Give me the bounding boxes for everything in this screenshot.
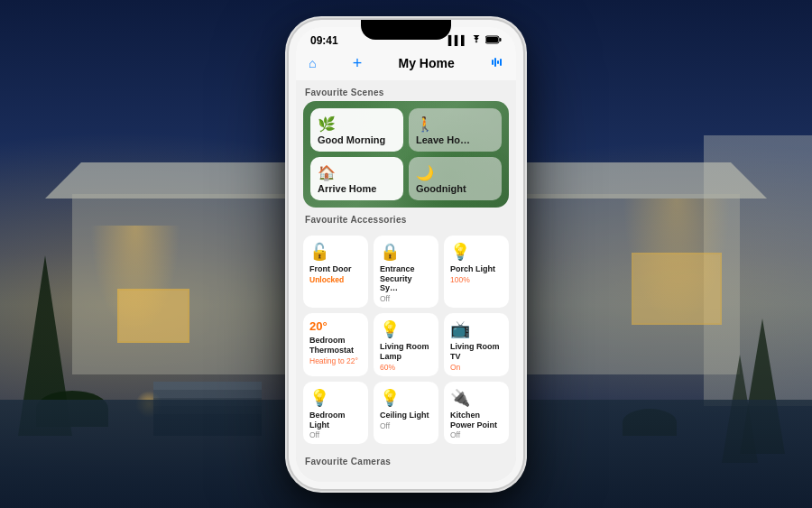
thermostat-icon: 20°	[309, 319, 362, 333]
accessories-row-2: 20° Bedroom Thermostat Heating to 22° 💡 …	[303, 313, 509, 376]
nav-title: My Home	[398, 56, 454, 70]
kitchen-power-name: Kitchen Power Point	[450, 411, 503, 430]
notch	[361, 20, 451, 40]
thermostat-name: Bedroom Thermostat	[309, 336, 362, 356]
svg-rect-1	[500, 38, 502, 42]
acc-ceiling-light[interactable]: 💡 Ceiling Light Off	[374, 382, 438, 445]
acc-bedroom-light[interactable]: 💡 Bedroom Light Off	[303, 382, 368, 445]
svg-rect-5	[497, 60, 499, 64]
acc-porch-light[interactable]: 💡 Porch Light 100%	[444, 236, 509, 308]
acc-front-door[interactable]: 🔓 Front Door Unlocked	[303, 236, 368, 308]
status-time: 09:41	[310, 34, 338, 47]
ceiling-light-name: Ceiling Light	[380, 411, 432, 420]
good-morning-icon: 🌿	[318, 115, 396, 133]
acc-tv[interactable]: 📺 Living Room TV On	[444, 313, 509, 376]
nav-bar: ⌂ + My Home	[296, 51, 516, 80]
phone-screen: 09:41 ▌▌▌ ⌂ + My Home	[296, 27, 516, 482]
phone-body: 09:41 ▌▌▌ ⌂ + My Home	[289, 20, 523, 489]
front-door-status: Unlocked	[309, 275, 362, 284]
svg-rect-4	[494, 58, 496, 67]
scenes-grid: 🌿 Good Morning 🚶 Leave Ho… 🏠 Arrive Home	[303, 101, 509, 208]
phone-content: Favourite Scenes 🌿 Good Morning 🚶 Leave …	[296, 80, 516, 482]
porch-light-icon: 💡	[450, 242, 503, 262]
accessories-row-1: 🔓 Front Door Unlocked 🔒 Entrance Securit…	[303, 236, 509, 308]
audio-icon[interactable]	[491, 56, 503, 71]
scene-leave-home[interactable]: 🚶 Leave Ho…	[409, 108, 502, 152]
tv-name: Living Room TV	[450, 342, 503, 362]
security-status: Off	[380, 294, 432, 303]
living-lamp-icon: 💡	[380, 319, 432, 339]
svg-rect-2	[486, 37, 498, 42]
spotlight-left	[90, 226, 180, 334]
thermostat-status: Heating to 22°	[309, 356, 362, 365]
bedroom-light-name: Bedroom Light	[309, 411, 362, 430]
kitchen-power-icon: 🔌	[450, 388, 503, 408]
battery-icon	[485, 35, 502, 46]
accessories-section: 🔓 Front Door Unlocked 🔒 Entrance Securit…	[303, 236, 509, 445]
leave-home-icon: 🚶	[416, 115, 494, 133]
acc-thermostat[interactable]: 20° Bedroom Thermostat Heating to 22°	[303, 313, 368, 376]
front-door-name: Front Door	[309, 264, 362, 274]
goodnight-icon: 🌙	[416, 164, 494, 181]
scene-good-morning[interactable]: 🌿 Good Morning	[310, 108, 403, 152]
svg-rect-6	[500, 59, 502, 66]
ceiling-light-icon: 💡	[380, 388, 432, 408]
porch-light-status: 100%	[450, 275, 503, 284]
phone: 09:41 ▌▌▌ ⌂ + My Home	[289, 20, 523, 489]
security-name: Entrance Security Sy…	[380, 264, 432, 293]
status-icons: ▌▌▌	[448, 35, 502, 46]
spotlight-right	[623, 199, 731, 325]
scenes-section: 🌿 Good Morning 🚶 Leave Ho… 🏠 Arrive Home	[303, 101, 509, 208]
tv-status: On	[450, 363, 503, 372]
kitchen-power-status: Off	[450, 430, 503, 439]
bedroom-light-status: Off	[309, 430, 362, 439]
scene-arrive-home[interactable]: 🏠 Arrive Home	[310, 157, 403, 200]
home-icon[interactable]: ⌂	[309, 56, 316, 70]
accessories-row-3: 💡 Bedroom Light Off 💡 Ceiling Light Off …	[303, 382, 509, 445]
acc-living-lamp[interactable]: 💡 Living Room Lamp 60%	[374, 313, 438, 376]
arrive-home-icon: 🏠	[318, 164, 396, 181]
acc-security[interactable]: 🔒 Entrance Security Sy… Off	[374, 236, 438, 308]
ceiling-light-status: Off	[380, 421, 432, 430]
signal-icon: ▌▌▌	[448, 35, 467, 45]
porch-light-name: Porch Light	[450, 264, 503, 274]
acc-kitchen-power[interactable]: 🔌 Kitchen Power Point Off	[444, 382, 509, 445]
add-icon[interactable]: +	[353, 54, 363, 73]
front-door-icon: 🔓	[309, 242, 362, 262]
living-lamp-name: Living Room Lamp	[380, 342, 432, 362]
svg-rect-3	[492, 60, 494, 65]
arrive-home-label: Arrive Home	[318, 183, 396, 195]
tv-icon: 📺	[450, 319, 503, 339]
leave-home-label: Leave Ho…	[416, 134, 494, 146]
bedroom-light-icon: 💡	[309, 388, 362, 408]
accessories-label: Favourite Accessories	[296, 208, 516, 228]
security-icon: 🔒	[380, 242, 432, 262]
scene-goodnight[interactable]: 🌙 Goodnight	[409, 157, 502, 200]
good-morning-label: Good Morning	[318, 134, 396, 146]
wifi-icon	[471, 35, 482, 46]
scenes-label: Favourite Scenes	[296, 80, 516, 101]
cameras-label: Favourite Cameras	[296, 449, 516, 470]
living-lamp-status: 60%	[380, 363, 432, 372]
goodnight-label: Goodnight	[416, 183, 494, 195]
